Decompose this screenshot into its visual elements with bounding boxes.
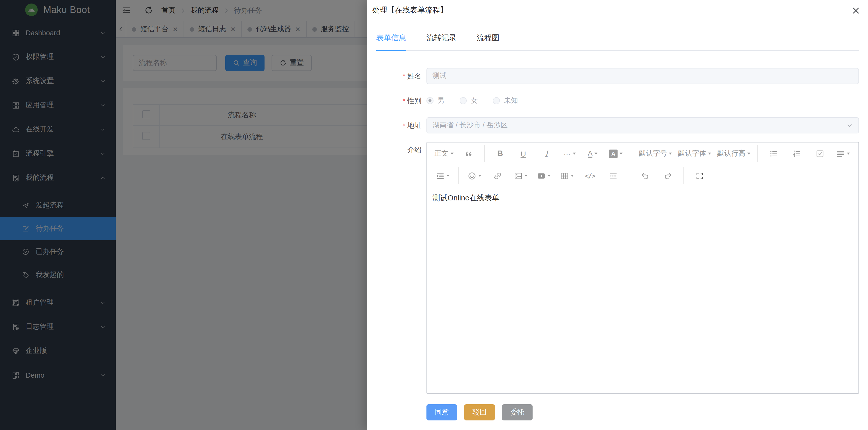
radio-icon [493,97,500,104]
caret-down-icon [478,175,481,177]
divider-line-icon [609,171,617,180]
code-block-button[interactable]: </> [579,168,600,184]
address-label: 地址 [376,117,427,134]
insert-image-dropdown[interactable] [510,168,531,184]
close-icon[interactable] [852,6,860,15]
gender-radio-group: 男 女 未知 [427,93,859,109]
font-family-dropdown[interactable]: 默认字体 [676,145,713,162]
gender-radio-female[interactable]: 女 [460,96,478,105]
drawer-title: 处理【在线表单流程】 [372,5,447,15]
insert-table-dropdown[interactable] [556,168,577,184]
paragraph-style-dropdown[interactable]: 正文 [432,145,456,162]
toolbar-divider [458,167,459,184]
bullet-list-icon [769,149,778,158]
chevron-down-icon [846,122,853,128]
caret-down-icon [708,152,711,154]
numbered-list-button[interactable] [786,145,807,162]
italic-button[interactable]: I [536,145,557,162]
undo-button[interactable] [634,168,655,184]
undo-icon [641,171,649,180]
rich-text-editor: 正文 B U I ··· A A 默认字号 [427,142,859,394]
toolbar-divider [631,145,632,162]
more-styles-dropdown[interactable]: ··· [559,145,580,162]
toolbar-divider [757,145,758,162]
reject-button[interactable]: 驳回 [464,404,495,421]
quote-icon [464,149,473,158]
insert-link-button[interactable] [487,168,508,184]
horizontal-rule-button[interactable] [602,168,624,184]
insert-video-dropdown[interactable] [533,168,554,184]
emoji-dropdown[interactable] [464,168,485,184]
align-dropdown[interactable] [832,145,854,162]
gender-radio-unknown[interactable]: 未知 [493,96,518,105]
form-row-gender: 性别 男 女 未知 [376,93,859,109]
toolbar-divider [484,145,485,162]
name-field[interactable]: 测试 [427,68,859,84]
tab-form-info[interactable]: 表单信息 [376,33,406,50]
name-label: 姓名 [376,68,427,84]
table-icon [560,171,568,180]
align-justify-icon [836,149,845,158]
video-icon [537,171,546,180]
emoji-icon [467,171,476,180]
process-form: 姓名 测试 性别 男 女 [376,68,859,394]
background-color-dropdown[interactable]: A [605,145,626,162]
blockquote-button[interactable] [458,145,479,162]
form-row-address: 地址 湖南省 / 长沙市 / 岳麓区 [376,117,859,134]
editor-toolbar-row-1: 正文 B U I ··· A A 默认字号 [427,143,859,165]
gender-label: 性别 [376,93,427,109]
bold-button[interactable]: B [490,145,511,162]
caret-down-icon [620,152,623,154]
font-size-dropdown[interactable]: 默认字号 [637,145,674,162]
caret-down-icon [570,175,574,177]
caret-down-icon [747,152,750,154]
redo-button[interactable] [657,168,678,184]
fullscreen-button[interactable] [689,168,710,184]
indent-dropdown[interactable] [432,168,453,184]
tab-flow-diagram[interactable]: 流程图 [477,33,499,50]
todo-list-button[interactable] [809,145,830,162]
font-color-dropdown[interactable]: A [582,145,603,162]
caret-down-icon [451,152,454,154]
app-root: Maku Boot Dashboard 权限管理 系统设置 应用管理 [0,0,868,430]
radio-icon [427,97,434,104]
tab-flow-records[interactable]: 流转记录 [427,33,457,50]
caret-down-icon [524,175,527,177]
intro-label: 介绍 [376,142,427,154]
link-icon [493,171,502,180]
toolbar-divider [683,167,684,184]
drawer-tabs: 表单信息 流转记录 流程图 [376,21,859,51]
form-row-intro: 介绍 正文 B U I ··· A [376,142,859,394]
toolbar-divider [629,167,629,184]
editor-toolbar-row-2: </> [427,165,859,187]
editor-content[interactable]: 测试Online在线表单 [427,187,859,393]
numbered-list-icon [792,149,801,158]
address-select[interactable]: 湖南省 / 长沙市 / 岳麓区 [427,117,859,134]
indent-icon [436,171,444,180]
drawer-actions: 同意 驳回 委托 [427,404,859,421]
image-icon [514,171,522,180]
redo-icon [663,171,672,180]
caret-down-icon [595,152,598,154]
todo-checkbox-icon [815,149,824,158]
form-row-name: 姓名 测试 [376,68,859,84]
line-height-dropdown[interactable]: 默认行高 [715,145,752,162]
bullet-list-button[interactable] [763,145,784,162]
caret-down-icon [572,152,576,154]
agree-button[interactable]: 同意 [427,404,457,421]
fullscreen-icon [695,171,704,180]
process-drawer: 处理【在线表单流程】 表单信息 流转记录 流程图 姓名 测试 性别 [367,0,868,430]
radio-icon [460,97,467,104]
gender-radio-male[interactable]: 男 [427,96,444,105]
caret-down-icon [847,152,850,154]
caret-down-icon [548,175,551,177]
drawer-header: 处理【在线表单流程】 [367,0,868,21]
underline-button[interactable]: U [513,145,534,162]
delegate-button[interactable]: 委托 [502,404,533,421]
caret-down-icon [446,175,450,177]
caret-down-icon [669,152,672,154]
drawer-body: 表单信息 流转记录 流程图 姓名 测试 性别 男 [367,21,868,421]
